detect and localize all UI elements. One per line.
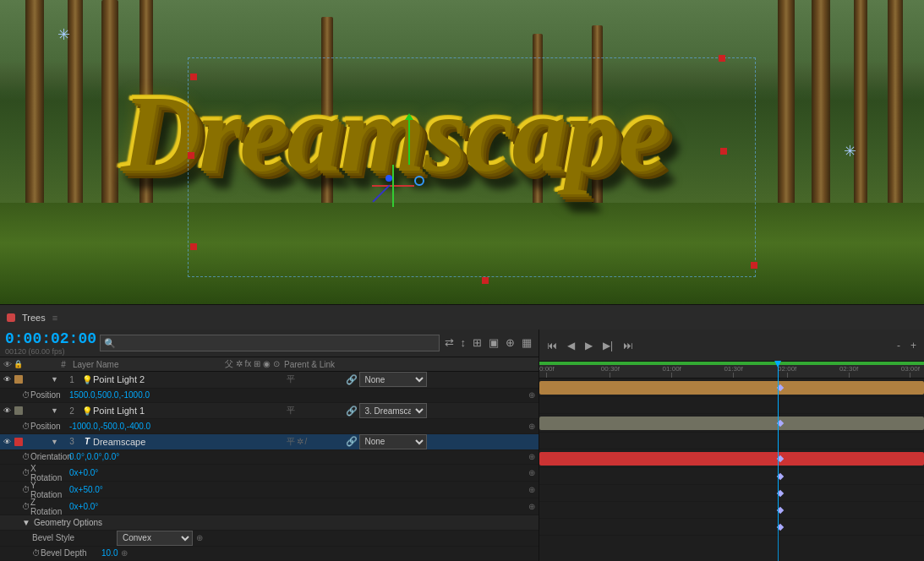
prop-3-2-link[interactable]: ⊕ [525, 468, 539, 477]
layer-1-switch-solo[interactable]: 平 [287, 373, 295, 385]
layer-3-type-icon: T [81, 436, 93, 448]
layers-panel: 0:00:02:00 00120 (60.00 fps) ⇄ ↕ ⊞ ▣ ⊕ ▦… [0, 330, 539, 561]
ruler-tick-3 [733, 373, 734, 378]
prop-3-4-name: Z Rotation [30, 498, 69, 516]
prop-2-indent: ⏱ Position [0, 420, 69, 432]
handle-top-left[interactable] [190, 74, 197, 80]
bevel-style-row: Bevel Style None Convex Concave Smooth ⊕ [0, 531, 539, 547]
prop-2-link[interactable]: ⊕ [525, 422, 539, 431]
ruler-mark-3: 01:30f [724, 365, 742, 378]
timeline-header: ⏮ ◀ ▶ ▶| ⏭ - + [539, 330, 924, 362]
prop-3-3-name: Y Rotation [30, 481, 69, 499]
transform-gizmo[interactable] [372, 165, 414, 207]
timeline-nav-start[interactable]: ⏮ [544, 338, 560, 353]
prop-1-stopwatch[interactable]: ⏱ [22, 389, 30, 401]
layer-3-swatch [14, 438, 23, 446]
tl-row-2 [539, 414, 924, 433]
timeline-nav-end[interactable]: ⏭ [621, 338, 636, 353]
prop-1-value[interactable]: 1500.0,500.0,-1000.0 [69, 390, 525, 400]
toolbar-icon-transfer[interactable]: ↕ [459, 335, 468, 351]
handle-bot-left[interactable] [190, 243, 197, 250]
panel-close-button[interactable] [7, 313, 15, 322]
layer-3-sw3[interactable]: / [305, 437, 308, 446]
lock-col-icon: 🔒 [14, 360, 23, 368]
prop-3-2-stopwatch[interactable]: ⏱ [22, 467, 30, 479]
search-input[interactable] [100, 335, 439, 351]
prop-2-stopwatch[interactable]: ⏱ [22, 420, 30, 432]
bevel-depth-indent: ⏱ Bevel Depth [32, 547, 101, 559]
prop-3-1-link[interactable]: ⊕ [525, 452, 539, 461]
layer-3-parent-select[interactable]: None 1. Point Light 2 2. Point Light 1 [359, 434, 427, 449]
tl-prop-row-2-pos [539, 433, 924, 449]
ruler-tick-1 [610, 373, 610, 378]
tl-bar-1[interactable] [539, 381, 924, 395]
bevel-style-link[interactable]: ⊕ [193, 533, 206, 542]
prop-3-4-stopwatch[interactable]: ⏱ [22, 501, 30, 513]
handle-mid-left[interactable] [188, 152, 194, 159]
layer-2-num: 2 [63, 406, 81, 416]
prop-3-2-value[interactable]: 0x+0.0° [69, 468, 525, 477]
prop-3-3-stopwatch[interactable]: ⏱ [22, 484, 30, 496]
layer-1-switches: 平 [287, 373, 346, 385]
toolbar-icon-view[interactable]: ▦ [520, 335, 533, 351]
prop-3-2-indent: ⏱ X Rotation [0, 464, 69, 482]
bevel-depth-label: Bevel Depth [41, 548, 101, 558]
timeline-nav-prev[interactable]: ◀ [565, 338, 577, 353]
layer-1-expand[interactable]: ▼ [51, 375, 63, 384]
layer-row-3[interactable]: 👁 ▼ 3 T Dreamscape 平 ✲ / 🔗 None 1. Point… [0, 434, 539, 450]
layer-2-parent-select[interactable]: None 1. Point Light 2 3. Dreamscap [359, 403, 427, 418]
layer-2-switch-solo[interactable]: 平 [287, 405, 295, 417]
layer-1-eye[interactable]: 👁 [2, 374, 12, 384]
bevel-depth-value[interactable]: 10.0 [101, 548, 118, 558]
tl-bar-3[interactable] [539, 452, 924, 466]
layer-2-expand[interactable]: ▼ [51, 406, 63, 415]
layer-row-1[interactable]: 👁 ▼ 1 💡 Point Light 2 平 🔗 None 1. Point … [0, 372, 539, 388]
layer-1-av: 👁 [0, 374, 51, 384]
col-av-header: 👁 🔒 [3, 360, 54, 369]
prop-3-1-stopwatch[interactable]: ⏱ [22, 451, 30, 463]
toolbar-icon-link[interactable]: ⊕ [504, 335, 517, 351]
prop-2-value[interactable]: -1000.0,-500.0,-400.0 [69, 422, 525, 431]
ruler-mark-5: 02:30f [839, 365, 858, 378]
prop-3-3-link[interactable]: ⊕ [525, 485, 539, 494]
layer-3-sw2[interactable]: ✲ [297, 437, 303, 446]
layer-row-2[interactable]: 👁 ▼ 2 💡 Point Light 1 平 🔗 None 1. Point … [0, 403, 539, 419]
bevel-style-label: Bevel Style [32, 533, 117, 542]
timeline-nav-next[interactable]: ▶| [600, 338, 615, 353]
gizmo-y-axis [392, 165, 394, 207]
playhead[interactable] [778, 362, 779, 531]
tl-row-1 [539, 379, 924, 397]
timeline-zoom-out[interactable]: - [894, 338, 903, 353]
timecode-display[interactable]: 0:00:02:00 [5, 330, 96, 347]
prop-1-link[interactable]: ⊕ [525, 390, 539, 400]
layer-3-expand[interactable]: ▼ [51, 438, 63, 446]
handle-bot-right[interactable] [751, 262, 757, 269]
geometry-options-header: ▼ Geometry Options [0, 515, 539, 530]
bevel-style-select[interactable]: None Convex Concave Smooth [117, 531, 193, 546]
bevel-depth-stopwatch[interactable]: ⏱ [32, 547, 41, 559]
toolbar-icon-composition[interactable]: ⊞ [471, 335, 484, 351]
preview-area: Dreamscape ✳ ✳ [0, 0, 924, 304]
panel-menu-icon[interactable]: ≡ [52, 313, 57, 323]
timeline-zoom-in[interactable]: + [908, 338, 919, 353]
tl-bar-2[interactable] [539, 417, 924, 430]
timeline-play-button[interactable]: ▶ [582, 338, 595, 353]
panel-header: Trees ≡ [0, 304, 924, 330]
handle-mid-right[interactable] [720, 148, 727, 155]
layer-2-position-row: ⏱ Position -1000.0,-500.0,-400.0 ⊕ [0, 419, 539, 433]
ruler-mark-6: 03:00f [901, 365, 920, 378]
toolbar-icon-switch[interactable]: ⇄ [443, 335, 456, 351]
layer-2-eye[interactable]: 👁 [2, 406, 12, 416]
prop-3-3-value[interactable]: 0x+50.0° [69, 485, 525, 494]
prop-3-3-indent: ⏱ Y Rotation [0, 481, 69, 499]
toolbar-icon-solo[interactable]: ▣ [487, 335, 500, 351]
handle-bot-mid[interactable] [482, 277, 489, 284]
layer-3-sw1[interactable]: 平 [287, 436, 295, 448]
prop-3-1-value[interactable]: 0.0°,0.0°,0.0° [69, 452, 525, 461]
handle-top-right[interactable] [719, 55, 725, 62]
layer-1-parent-select[interactable]: None 1. Point Light 2 2. Point Light 1 3… [359, 372, 427, 387]
layer-3-eye[interactable]: 👁 [2, 437, 12, 447]
prop-3-4-value[interactable]: 0x+0.0° [69, 502, 525, 511]
prop-3-4-link[interactable]: ⊕ [525, 502, 539, 511]
bevel-depth-link[interactable]: ⊕ [118, 548, 131, 558]
